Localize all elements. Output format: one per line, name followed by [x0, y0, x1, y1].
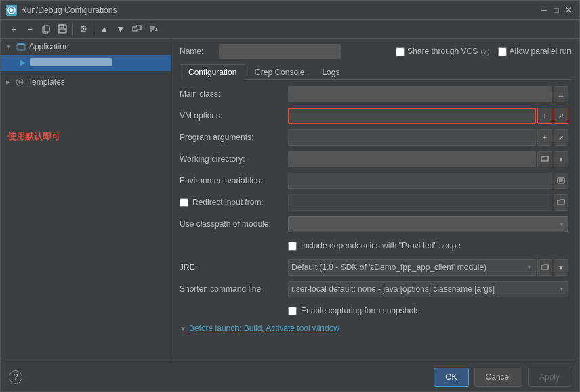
before-launch-toggle[interactable]: ▼ [180, 325, 186, 332]
minimize-button[interactable]: ─ [539, 5, 550, 16]
classpath-module-row: Use classpath of module: [180, 215, 568, 233]
allow-parallel-checkbox-row[interactable]: Allow parallel run [498, 47, 571, 56]
window-title: Run/Debug Configurations [21, 5, 117, 15]
vm-options-expand-button[interactable]: + [537, 108, 552, 124]
help-button[interactable]: ? [9, 370, 22, 384]
annotation-container: 使用默认即可 [7, 131, 171, 143]
expand-arrow-application: ▼ [6, 44, 12, 50]
main-class-browse-button[interactable]: ... [554, 86, 568, 102]
settings-button[interactable]: ⚙ [76, 22, 91, 37]
working-directory-input-group: ▼ [288, 151, 568, 167]
save-config-button[interactable] [55, 22, 70, 37]
tree-item-config[interactable] [1, 55, 171, 71]
tree-item-templates[interactable]: ▶ Templates [1, 74, 171, 90]
add-config-button[interactable]: + [6, 22, 21, 37]
bottom-bar: ? OK Cancel Apply [1, 362, 579, 391]
tabs-container: Configuration Grep Console Logs [180, 64, 571, 80]
jre-dropdown-button[interactable]: ▼ [554, 259, 568, 276]
move-up-button[interactable]: ▲ [97, 22, 112, 37]
annotation-text: 使用默认即可 [7, 131, 60, 141]
svg-rect-12 [18, 43, 24, 45]
enable-capturing-checkbox[interactable] [288, 307, 297, 315]
tab-logs[interactable]: Logs [313, 64, 348, 80]
templates-icon [14, 77, 25, 87]
redirect-input-field[interactable] [288, 194, 552, 211]
main-class-redacted [288, 86, 552, 102]
move-to-group-button[interactable] [129, 22, 144, 37]
working-dir-dropdown-button[interactable]: ▼ [554, 151, 568, 167]
vm-options-input-group: + ⤢ [288, 108, 568, 124]
move-down-button[interactable]: ▼ [113, 22, 128, 37]
working-dir-redacted [288, 151, 536, 167]
shorten-cmd-select-wrapper: user-local default: none - java [options… [288, 281, 568, 297]
main-class-row: Main class: ... [180, 85, 568, 103]
application-group-icon [16, 41, 26, 52]
maximize-button[interactable]: □ [551, 5, 562, 16]
copy-config-button[interactable] [39, 22, 54, 37]
svg-marker-13 [20, 60, 25, 66]
title-bar: Run/Debug Configurations ─ □ ✕ [1, 1, 579, 20]
jre-select[interactable]: Default (1.8 - SDK of 'zDemo_fpp_app_cli… [288, 259, 536, 276]
toolbar: + − ⚙ ▲ ▼ [1, 20, 579, 39]
include-provided-label[interactable]: Include dependencies with "Provided" sco… [288, 241, 461, 251]
remove-config-button[interactable]: − [22, 22, 37, 37]
expand-arrow-templates: ▶ [6, 79, 10, 85]
bottom-left: ? [9, 370, 22, 384]
right-panel: Name: Share through VCS (?) Allow parall… [171, 39, 579, 362]
enable-capturing-label[interactable]: Enable capturing form snapshots [288, 306, 419, 315]
include-provided-checkbox[interactable] [288, 242, 297, 251]
env-vars-input[interactable] [288, 173, 552, 189]
name-input-redacted [219, 44, 341, 59]
program-args-expand-button[interactable]: + [537, 129, 552, 146]
svg-rect-11 [17, 44, 25, 50]
jre-input-group: Default (1.8 - SDK of 'zDemo_fpp_app_cli… [288, 259, 568, 276]
svg-rect-5 [60, 25, 64, 28]
toolbar-separator-2 [94, 23, 94, 35]
working-directory-row: Working directory: ▼ [180, 150, 568, 168]
sort-button[interactable] [146, 22, 161, 37]
vm-options-label: VM options: [180, 111, 288, 121]
ok-button[interactable]: OK [434, 368, 468, 387]
bottom-right: OK Cancel Apply [434, 368, 571, 387]
share-vcs-checkbox-row[interactable]: Share through VCS (?) [396, 47, 490, 56]
redirect-browse-button[interactable] [554, 194, 568, 211]
share-vcs-label: Share through VCS [407, 47, 478, 56]
main-class-label: Main class: [180, 89, 288, 99]
shorten-cmd-select[interactable]: user-local default: none - java [options… [288, 281, 568, 297]
vm-options-expand2-button[interactable]: ⤢ [554, 108, 568, 124]
shorten-cmd-row: Shorten command line: user-local default… [180, 280, 568, 298]
main-class-input-group: ... [288, 86, 568, 102]
jre-row: JRE: Default (1.8 - SDK of 'zDemo_fpp_ap… [180, 259, 568, 276]
redirect-input-label: Redirect input from: [180, 198, 288, 207]
name-row-options: Share through VCS (?) Allow parallel run [396, 47, 571, 56]
cancel-button[interactable]: Cancel [474, 368, 522, 387]
name-row: Name: Share through VCS (?) Allow parall… [180, 44, 571, 59]
close-button[interactable]: ✕ [563, 5, 574, 16]
jre-browse-button[interactable] [537, 259, 552, 276]
classpath-label: Use classpath of module: [180, 219, 288, 229]
svg-rect-17 [558, 178, 564, 183]
apply-button[interactable]: Apply [528, 368, 571, 387]
allow-parallel-label: Allow parallel run [510, 47, 571, 56]
tree-item-application[interactable]: ▼ Application [1, 39, 171, 55]
config-item-label [30, 58, 112, 68]
program-arguments-input-group: + ⤢ [288, 129, 568, 146]
program-arguments-input[interactable] [288, 129, 536, 146]
program-arguments-row: Program arguments: + ⤢ [180, 129, 568, 146]
before-launch-label[interactable]: Before launch: Build, Activate tool wind… [189, 324, 339, 333]
working-dir-browse-button[interactable] [537, 151, 552, 167]
window-controls: ─ □ ✕ [539, 5, 574, 16]
redirect-input-group [288, 194, 568, 211]
share-vcs-checkbox[interactable] [396, 47, 405, 56]
allow-parallel-checkbox[interactable] [498, 47, 507, 56]
jre-label: JRE: [180, 263, 288, 272]
vm-options-input[interactable] [288, 108, 536, 124]
tab-grep-console[interactable]: Grep Console [245, 64, 313, 80]
window-icon [6, 5, 17, 16]
tab-configuration[interactable]: Configuration [180, 64, 245, 80]
redirect-checkbox[interactable] [180, 198, 188, 207]
program-args-expand2-button[interactable]: ⤢ [554, 129, 568, 146]
env-vars-browse-button[interactable] [554, 173, 568, 189]
redirect-checkbox-label[interactable]: Redirect input from: [180, 198, 288, 207]
svg-rect-6 [59, 29, 66, 32]
